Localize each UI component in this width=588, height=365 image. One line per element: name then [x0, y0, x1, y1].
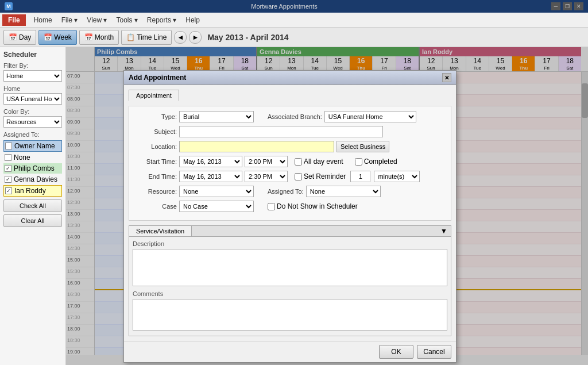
assignee-none-checkbox[interactable]	[5, 154, 11, 161]
do-not-show-checkbox[interactable]	[268, 203, 275, 210]
app-icon: M	[5, 2, 13, 10]
assignee-owner-checkbox[interactable]	[5, 143, 12, 149]
title-bar: M Mortware Appointments ─ ❐ ✕	[0, 0, 588, 13]
set-reminder-checkbox[interactable]	[295, 173, 302, 180]
dialog-tabs: Appointment	[129, 90, 451, 101]
next-nav-btn[interactable]: ►	[189, 31, 202, 44]
minimize-btn[interactable]: ─	[551, 2, 560, 10]
dialog-footer: OK Cancel	[124, 341, 456, 362]
month-view-btn[interactable]: 📅 Month	[79, 30, 119, 45]
assignee-ian-label: Ian Roddy	[14, 187, 46, 195]
timeline-view-btn[interactable]: 📋 Time Line	[121, 30, 172, 45]
app-title: Mortware Appointments	[17, 3, 551, 10]
completed-checkbox[interactable]	[355, 158, 362, 166]
type-select[interactable]: Burial Service Visitation	[179, 111, 254, 122]
appointment-tab[interactable]: Appointment	[129, 90, 179, 101]
subject-label: Subject:	[134, 128, 177, 135]
home-label: Home	[3, 85, 62, 92]
description-textarea[interactable]	[133, 249, 447, 286]
menu-tools[interactable]: Tools ▾	[112, 15, 142, 25]
menu-bar: File Home File ▾ View ▾ Tools ▾ Reports …	[0, 13, 588, 28]
all-day-label[interactable]: All day event	[295, 157, 343, 166]
menu-view[interactable]: View ▾	[82, 15, 111, 25]
associated-branch-select[interactable]: USA Funeral Home	[324, 111, 416, 122]
color-by-label: Color By:	[3, 108, 62, 115]
select-business-btn[interactable]: Select Business	[336, 141, 389, 152]
clear-all-btn[interactable]: Clear All	[3, 214, 62, 227]
completed-label[interactable]: Completed	[355, 157, 397, 166]
location-input[interactable]	[179, 141, 334, 152]
case-label: Case	[134, 203, 177, 210]
end-time-select[interactable]: 2:30 PM	[245, 171, 288, 182]
subject-input[interactable]	[179, 126, 383, 137]
cancel-button[interactable]: Cancel	[417, 345, 451, 359]
assignee-philip[interactable]: ✓ Philip Combs	[3, 163, 62, 174]
filter-by-label: Filter By:	[3, 62, 62, 69]
menu-items: Home File ▾ View ▾ Tools ▾ Reports ▾ Hel…	[29, 15, 204, 25]
subtab-dropdown-btn[interactable]: ▼	[437, 226, 451, 236]
appointment-form: Type: Burial Service Visitation Associat…	[129, 106, 451, 221]
type-label: Type:	[134, 113, 177, 120]
end-date-select[interactable]: May 16, 2013	[179, 171, 242, 182]
assignee-philip-label: Philip Combs	[14, 164, 55, 172]
assigned-to-select[interactable]: None	[306, 186, 381, 197]
start-date-select[interactable]: May 16, 2013	[179, 156, 242, 167]
reminder-unit-select[interactable]: minute(s)	[374, 171, 420, 182]
dialog-titlebar: Add Appointment ✕	[124, 71, 456, 85]
assignee-genna-checkbox[interactable]: ✓	[5, 176, 11, 183]
assignee-philip-checkbox[interactable]: ✓	[5, 165, 11, 172]
comments-label: Comments	[133, 290, 447, 297]
location-label: Location:	[134, 143, 177, 150]
start-time-select[interactable]: 2:00 PM	[245, 156, 288, 167]
subject-row: Subject:	[134, 126, 446, 137]
do-not-show-label[interactable]: Do Not Show in Scheduler	[268, 202, 358, 210]
color-by-select[interactable]: Resources	[3, 116, 62, 128]
restore-btn[interactable]: ❐	[563, 2, 572, 10]
service-visitation-tab[interactable]: Service/Visitation	[129, 226, 192, 236]
dialog-body: Appointment Type: Burial Service Visitat…	[124, 85, 456, 341]
day-icon: 📅	[9, 33, 17, 41]
date-range: May 2013 - April 2014	[207, 33, 288, 42]
assignee-ian[interactable]: ✓ Ian Roddy	[3, 185, 62, 197]
file-button[interactable]: File	[2, 14, 26, 26]
check-all-btn[interactable]: Check All	[3, 199, 62, 212]
assignee-none-label: None	[14, 153, 30, 162]
week-icon: 📅	[44, 33, 52, 41]
window-controls[interactable]: ─ ❐ ✕	[551, 2, 583, 10]
end-time-row: End Time: May 16, 2013 2:30 PM Set Remin…	[134, 171, 446, 182]
calendar-area: Philip Combs 12Sun 13Mon 14Tue 15Wed 16T…	[66, 47, 588, 365]
assignee-genna[interactable]: ✓ Genna Davies	[3, 174, 62, 185]
end-time-label: End Time:	[134, 173, 177, 180]
assignee-none[interactable]: None	[3, 152, 62, 163]
home-select[interactable]: USA Funeral Home	[3, 93, 62, 105]
prev-nav-btn[interactable]: ◄	[174, 31, 187, 44]
reminder-value-input[interactable]	[350, 171, 370, 182]
day-view-btn[interactable]: 📅 Day	[3, 30, 36, 45]
menu-help[interactable]: Help	[181, 15, 204, 25]
start-time-row: Start Time: May 16, 2013 2:00 PM All day…	[134, 156, 446, 167]
week-view-btn[interactable]: 📅 Week	[38, 30, 76, 45]
assigned-to-label: Assigned To:	[268, 188, 304, 195]
menu-home[interactable]: Home	[29, 15, 57, 25]
set-reminder-label[interactable]: Set Reminder	[295, 172, 346, 180]
all-day-checkbox[interactable]	[295, 158, 302, 166]
case-row: Case No Case Do Not Show in Scheduler	[134, 201, 446, 212]
filter-by-select[interactable]: Home	[3, 70, 62, 82]
close-btn[interactable]: ✕	[574, 2, 583, 10]
ok-button[interactable]: OK	[379, 345, 413, 359]
dialog-close-btn[interactable]: ✕	[442, 73, 451, 82]
main-container: Scheduler Filter By: Home Home USA Funer…	[0, 47, 588, 365]
subtab-section: Service/Visitation ▼ Description Comment…	[129, 225, 451, 336]
resource-select[interactable]: None	[179, 186, 254, 197]
sidebar: Scheduler Filter By: Home Home USA Funer…	[0, 47, 66, 365]
description-label: Description	[133, 240, 447, 247]
assignee-ian-checkbox[interactable]: ✓	[5, 187, 12, 194]
menu-reports[interactable]: Reports ▾	[142, 15, 181, 25]
menu-file[interactable]: File ▾	[57, 15, 83, 25]
start-time-label: Start Time:	[134, 158, 177, 165]
assigned-to-label: Assigned To:	[3, 131, 62, 138]
case-select[interactable]: No Case	[179, 201, 254, 212]
assignee-owner[interactable]: Owner Name	[3, 140, 62, 152]
assignee-genna-label: Genna Davies	[14, 175, 57, 183]
comments-textarea[interactable]	[133, 299, 447, 331]
